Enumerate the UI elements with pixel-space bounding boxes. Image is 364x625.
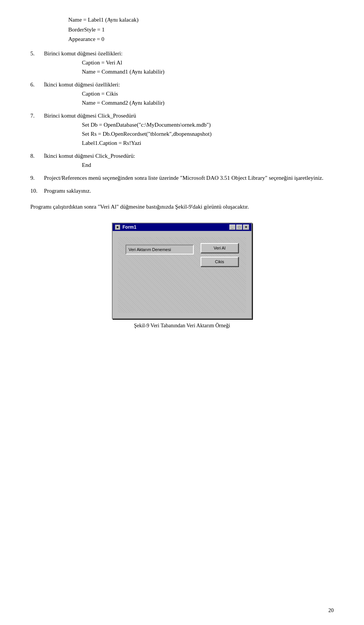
paragraph-text: Programı çalıştırdıktan sonra "Veri Al" … (30, 202, 334, 211)
item-main-7: Birinci komut düğmesi Click_Prosedürü (44, 111, 334, 120)
item-sub-5-2: Name = Command1 (Aynı kalabilir) (44, 67, 334, 76)
item-main-10: Programı saklayınız. (44, 188, 91, 194)
close-button[interactable]: ✕ (243, 225, 249, 230)
list-item-5: 5. Birinci komut düğmesi özellikleri: Ca… (30, 49, 334, 76)
figure-caption: Şekil-9 Veri Tabanından Veri Aktarım Örn… (134, 323, 230, 329)
cikis-button[interactable]: Cikis (201, 257, 238, 267)
item-main-8: İkinci komut düğmesi Click_Prosedürü: (44, 151, 334, 160)
item-number-10: 10. (30, 186, 44, 195)
item-sub-6-2: Name = Command2 (Aynı kalabilir) (44, 98, 334, 107)
win-form: ■ Form1 _ □ ✕ Veri Aktarım Denemesi Veri… (112, 223, 252, 319)
win-controls: _ □ ✕ (229, 225, 249, 230)
item-number-6: 6. (30, 80, 44, 107)
screenshot-container: ■ Form1 _ □ ✕ Veri Aktarım Denemesi Veri… (30, 223, 334, 329)
item-content-8: İkinci komut düğmesi Click_Prosedürü: En… (44, 151, 334, 170)
title-left: ■ Form1 (115, 225, 136, 230)
page-number: 20 (328, 608, 334, 614)
item-main-6: İkinci komut düğmesi özellikleri: (44, 80, 334, 89)
item-main-9: Project/References menü seçeneğinden son… (44, 175, 323, 181)
win-titlebar: ■ Form1 _ □ ✕ (113, 223, 251, 231)
list-item-6: 6. İkinci komut düğmesi özellikleri: Cap… (30, 80, 334, 107)
form-icon: ■ (115, 225, 120, 230)
item-sub-7-1: Set Db = OpenDatabase("c:\MyDocuments\or… (44, 120, 334, 129)
content-area: Name = Label1 (Aynı kalacak) BorderStyle… (30, 15, 334, 329)
item-content-9: Project/References menü seçeneğinden son… (44, 173, 334, 182)
list-item-7: 7. Birinci komut düğmesi Click_Prosedürü… (30, 111, 334, 148)
list-item-8: 8. İkinci komut düğmesi Click_Prosedürü:… (30, 151, 334, 170)
item-sub-7-2: Set Rs = Db.OpenRecordset("tblornek",dbo… (44, 129, 334, 138)
item-number-5: 5. (30, 49, 44, 76)
minimize-button[interactable]: _ (229, 225, 235, 230)
top-line-3: Appearance = 0 (30, 35, 334, 44)
top-line-2: BorderStyle = 1 (30, 25, 334, 35)
item-sub-7-3: Label1.Caption = Rs!Yazi (44, 138, 334, 148)
item-content-7: Birinci komut düğmesi Click_Prosedürü Se… (44, 111, 334, 148)
item-content-6: İkinci komut düğmesi özellikleri: Captio… (44, 80, 334, 107)
form-title: Form1 (122, 225, 136, 230)
item-sub-5-1: Caption = Veri Al (44, 58, 334, 67)
win-body: Veri Aktarım Denemesi Veri Al Cikis (113, 231, 251, 318)
list-item-9: 9. Project/References menü seçeneğinden … (30, 173, 334, 182)
item-sub-6-1: Caption = Cikis (44, 89, 334, 98)
top-lines-block: Name = Label1 (Aynı kalacak) BorderStyle… (30, 15, 334, 44)
item-number-8: 8. (30, 151, 44, 170)
item-number-7: 7. (30, 111, 44, 148)
maximize-button[interactable]: □ (236, 225, 242, 230)
list-item-10: 10. Programı saklayınız. (30, 186, 334, 195)
item-content-5: Birinci komut düğmesi özellikleri: Capti… (44, 49, 334, 76)
top-line-1: Name = Label1 (Aynı kalacak) (30, 15, 334, 25)
item-sub-8-1: End (44, 160, 334, 170)
form-label: Veri Aktarım Denemesi (126, 245, 194, 254)
item-content-10: Programı saklayınız. (44, 186, 334, 195)
veri-al-button[interactable]: Veri Al (201, 243, 238, 253)
item-main-5: Birinci komut düğmesi özellikleri: (44, 49, 334, 58)
win-body-inner: Veri Aktarım Denemesi Veri Al Cikis (118, 237, 246, 313)
item-number-9: 9. (30, 173, 44, 182)
